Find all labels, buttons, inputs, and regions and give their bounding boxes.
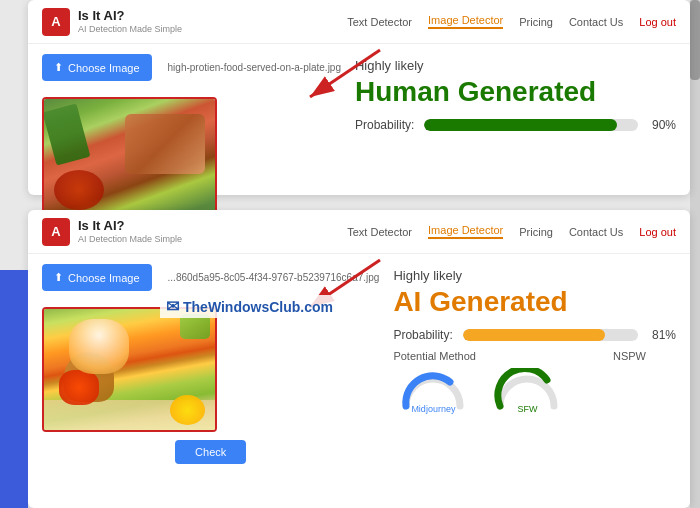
prob-row-1: Probability: 90%: [355, 118, 676, 132]
highly-likely-1: Highly likely: [355, 58, 676, 73]
result-human: Human Generated: [355, 77, 676, 108]
nav-links-2: Text Detector Image Detector Pricing Con…: [347, 224, 676, 239]
nav-contact-2[interactable]: Contact Us: [569, 226, 623, 238]
food-decoration-meat: [125, 114, 205, 174]
choose-image-label-2: Choose Image: [68, 272, 140, 284]
prob-row-2: Probability: 81%: [393, 328, 676, 342]
check-button[interactable]: Check: [175, 440, 246, 464]
nav-logout[interactable]: Log out: [639, 16, 676, 28]
prob-bar-fill-2: [463, 329, 605, 341]
prob-label-1: Probability:: [355, 118, 414, 132]
watermark-icon: ✉: [166, 297, 179, 316]
food-image-1: [44, 99, 215, 220]
upload-icon: ⬆: [54, 61, 63, 74]
prob-percent-1: 90%: [648, 118, 676, 132]
logo-area: A Is It AI? AI Detection Made Simple: [42, 8, 182, 36]
food-decoration-tomato: [54, 170, 104, 210]
food-deco-apple: [59, 370, 99, 405]
logo-icon: A: [42, 8, 70, 36]
nav-pricing[interactable]: Pricing: [519, 16, 553, 28]
app-title: Is It AI?: [78, 8, 182, 24]
prob-percent-2: 81%: [648, 328, 676, 342]
midjourney-label: Midjourney: [411, 404, 455, 414]
sfw-label: SFW: [517, 404, 537, 414]
blue-sidebar: [0, 270, 28, 508]
navbar-bottom: A Is It AI? AI Detection Made Simple Tex…: [28, 210, 690, 254]
potential-method-label: Potential Method: [393, 350, 476, 362]
logo-icon-2: A: [42, 218, 70, 246]
card2-result: Highly likely AI Generated Probability: …: [393, 264, 676, 414]
food-decoration-asparagus: [44, 103, 91, 165]
nav-text-detector[interactable]: Text Detector: [347, 16, 412, 28]
potential-header-row: Potential Method NSPW: [393, 350, 676, 362]
nav-image-detector[interactable]: Image Detector: [428, 14, 503, 29]
app-subtitle-2: AI Detection Made Simple: [78, 234, 182, 245]
gauge-row: Midjourney SFW: [393, 368, 676, 414]
prob-label-2: Probability:: [393, 328, 452, 342]
watermark-text: TheWindowsClub.com: [183, 299, 333, 315]
prob-bar-2: [463, 329, 638, 341]
result-ai: AI Generated: [393, 287, 676, 318]
navbar-top: A Is It AI? AI Detection Made Simple Tex…: [28, 0, 690, 44]
choose-image-btn-1[interactable]: ⬆ Choose Image: [42, 54, 152, 81]
nav-image-detector-2[interactable]: Image Detector: [428, 224, 503, 239]
nav-text-detector-2[interactable]: Text Detector: [347, 226, 412, 238]
logo-text: Is It AI? AI Detection Made Simple: [78, 8, 182, 34]
nav-logout-2[interactable]: Log out: [639, 226, 676, 238]
gauge-midjourney: Midjourney: [393, 368, 473, 414]
highly-likely-2: Highly likely: [393, 268, 676, 283]
app-title-2: Is It AI?: [78, 218, 182, 234]
food-image-container-1: [42, 97, 217, 222]
watermark: ✉ TheWindowsClub.com: [160, 295, 339, 318]
nav-links: Text Detector Image Detector Pricing Con…: [347, 14, 676, 29]
prob-bar-fill-1: [424, 119, 616, 131]
logo-area-2: A Is It AI? AI Detection Made Simple: [42, 218, 182, 246]
nav-pricing-2[interactable]: Pricing: [519, 226, 553, 238]
nav-contact[interactable]: Contact Us: [569, 16, 623, 28]
prob-bar-1: [424, 119, 638, 131]
choose-image-btn-2[interactable]: ⬆ Choose Image: [42, 264, 152, 291]
choose-image-label-1: Choose Image: [68, 62, 140, 74]
logo-letter-2: A: [51, 224, 60, 239]
nspw-label: NSPW: [613, 350, 646, 362]
gauge-sfw: SFW: [487, 368, 567, 414]
card1-result: Highly likely Human Generated Probabilit…: [355, 54, 676, 132]
upload-icon-2: ⬆: [54, 271, 63, 284]
logo-letter: A: [51, 14, 60, 29]
logo-text-2: Is It AI? AI Detection Made Simple: [78, 218, 182, 244]
scrollbar[interactable]: [690, 0, 700, 508]
app-subtitle: AI Detection Made Simple: [78, 24, 182, 35]
food-image-container-2: [42, 307, 217, 432]
scrollbar-thumb[interactable]: [690, 0, 700, 80]
svg-line-1: [310, 50, 380, 97]
arrow-1: [290, 45, 390, 105]
food-deco-flowers: [69, 319, 129, 374]
food-image-2: [44, 309, 215, 430]
food-deco-orange: [170, 395, 205, 425]
